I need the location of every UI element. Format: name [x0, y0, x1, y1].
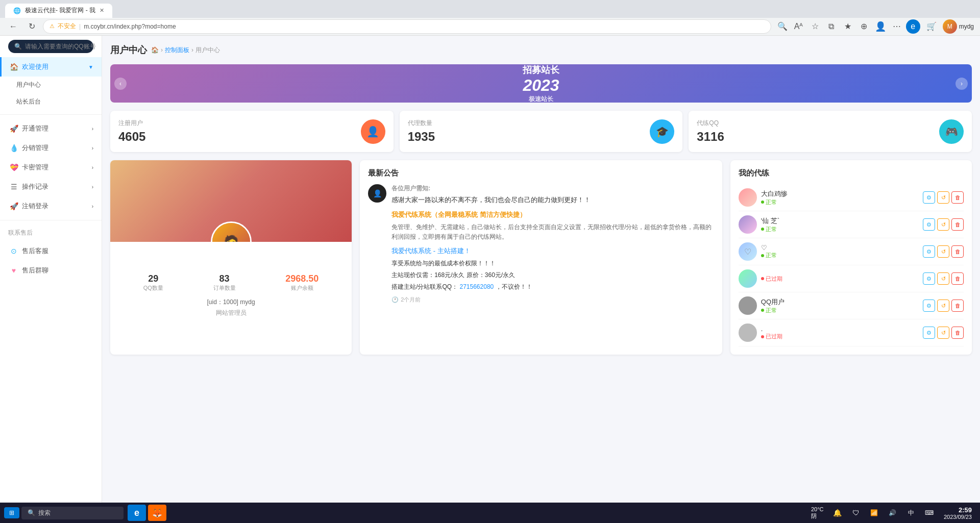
proxy-refresh-btn-2[interactable]: ↺ [937, 245, 949, 258]
proxy-refresh-btn-0[interactable]: ↺ [937, 191, 949, 204]
ann-text-4: 主站现价仅需：168元/永久 原价：360元/永久 [391, 270, 714, 280]
taskbar-volume-icon[interactable]: 🔊 [885, 505, 901, 521]
sidebar-item-logout[interactable]: 🚀 注销登录 › [0, 196, 102, 216]
stat-label-qq: 代练QQ [697, 119, 724, 128]
banner-next-btn[interactable]: › [955, 78, 968, 90]
breadcrumb-home-icon[interactable]: 🏠 [151, 46, 159, 54]
proxy-avatar-5 [739, 323, 757, 342]
sidebar-item-cardkey[interactable]: 💝 卡密管理 › [0, 158, 102, 177]
collection-btn[interactable]: ★ [841, 19, 855, 34]
proxy-refresh-btn-1[interactable]: ↺ [937, 218, 949, 231]
sidebar-item-welcome[interactable]: 🏠 欢迎使用 ▼ [0, 57, 102, 77]
sidebar-oplog-label: 操作记录 [22, 182, 48, 191]
proxy-actions-4: ⚙ ↺ 🗑 [923, 300, 964, 312]
header-right-actions: 🛒 M mydg [924, 19, 974, 34]
sidebar-item-openmanage[interactable]: 🚀 开通管理 › [0, 119, 102, 138]
sidebar-subitem-adminback[interactable]: 站长后台 [0, 93, 102, 110]
taskbar-lang-btn[interactable]: 中 [903, 505, 919, 521]
proxy-status-1: 正常 [761, 226, 919, 233]
taskbar-clock[interactable]: 2:59 2023/09/23 [940, 506, 976, 520]
qq-search-bar[interactable]: 🔍 [8, 40, 93, 53]
banner-subtitle: 极速站长 [523, 95, 559, 103]
sidebar-cardkey-label: 卡密管理 [22, 163, 48, 172]
status-dot-2 [761, 254, 764, 257]
cart-btn[interactable]: 🛒 [924, 19, 939, 34]
ann-qq-link[interactable]: 2715662080 [460, 283, 494, 290]
proxy-settings-btn-4[interactable]: ⚙ [923, 300, 935, 312]
sidebar-item-group[interactable]: ♥ 售后群聊 [0, 261, 102, 280]
url-divider: | [79, 23, 81, 30]
taskbar-edge-icon[interactable]: e [128, 505, 146, 521]
taskbar-wifi-icon[interactable]: 📶 [866, 505, 883, 521]
sidebar: 🔍 🏠 欢迎使用 ▼ 用户中心 站长后台 🚀 开通管理 › 💧 分销管理 › 💝… [0, 36, 102, 523]
breadcrumb-current: 用户中心 [195, 46, 220, 55]
proxy-refresh-btn-4[interactable]: ↺ [937, 300, 949, 312]
home-icon: 🏠 [10, 63, 18, 71]
address-bar[interactable]: ⚠ 不安全 | m.coybr.cn/index.php?mod=home [43, 19, 771, 34]
proxy-settings-btn-0[interactable]: ⚙ [923, 191, 935, 204]
sidebar-distrib-label: 分销管理 [22, 143, 48, 153]
proxy-delete-btn-2[interactable]: 🗑 [951, 245, 964, 258]
search-btn[interactable]: 🔍 [775, 19, 790, 34]
stat-icon-qq: 🎮 [939, 119, 964, 144]
more-btn[interactable]: ⋯ [890, 19, 904, 34]
taskbar-app-icon[interactable]: 🦊 [148, 505, 166, 521]
proxy-settings-btn-1[interactable]: ⚙ [923, 218, 935, 231]
chevron-right-icon-2: › [92, 145, 93, 151]
user-profile-area[interactable]: M mydg [943, 19, 974, 34]
proxy-delete-btn-0[interactable]: 🗑 [951, 191, 964, 204]
sidebar-item-support[interactable]: ⊙ 售后客服 [0, 241, 102, 261]
ann-text-2: 免管理、免维护、无需建站，自己做站长，后台支持全页面自定义设置，无限招收代理/分… [391, 222, 714, 242]
start-button[interactable]: ⊞ [4, 507, 19, 518]
aa-btn[interactable]: Aᴬ [792, 19, 806, 34]
ann-label-2: 我爱代练系统（全网最稳系统 简洁方便快捷） [391, 211, 526, 218]
extension-btn[interactable]: ⊕ [857, 19, 871, 34]
browser-tabs: 🌐 极速云代挂- 我爱官网 - 我 ✕ [0, 0, 980, 18]
main-content: 用户中心 🏠 › 控制面板 › 用户中心 ‹ 招募站长 2023 极速站长 › [102, 36, 980, 523]
proxy-delete-btn-4[interactable]: 🗑 [951, 300, 964, 312]
tab-close-btn[interactable]: ✕ [100, 7, 104, 14]
taskbar-input-icon[interactable]: ⌨ [921, 505, 938, 521]
sidebar-item-distrib[interactable]: 💧 分销管理 › [0, 138, 102, 158]
proxy-settings-btn-2[interactable]: ⚙ [923, 245, 935, 258]
qq-search-input[interactable] [25, 43, 102, 50]
refresh-button[interactable]: ↻ [24, 19, 39, 34]
profile-avatar: 🧑 [211, 221, 252, 242]
weather-text: 20°C 阴 [811, 506, 827, 520]
proxy-delete-btn-3[interactable]: 🗑 [951, 272, 964, 285]
proxy-name-4: QQ用户 [761, 297, 919, 307]
proxy-refresh-btn-3[interactable]: ↺ [937, 272, 949, 285]
sidebar-welcome-label: 欢迎使用 [22, 62, 48, 71]
favorite-btn[interactable]: ☆ [808, 19, 822, 34]
split-btn[interactable]: ⧉ [824, 19, 839, 34]
sidebar-subitem-usercenter[interactable]: 用户中心 [0, 77, 102, 93]
balance-value: 2968.50 [285, 273, 318, 284]
proxy-settings-btn-5[interactable]: ⚙ [923, 327, 935, 339]
proxy-info-0: 大白鸡惨 正常 [761, 189, 919, 206]
taskbar-notification-icon[interactable]: 🔔 [829, 505, 846, 521]
banner-prev-btn[interactable]: ‹ [114, 78, 127, 90]
rocket-icon: 🚀 [10, 124, 18, 133]
proxy-delete-btn-5[interactable]: 🗑 [951, 327, 964, 339]
proxy-item-1: '仙 芝` 正常 ⚙ ↺ 🗑 [739, 211, 964, 238]
clock-icon: 🕐 [391, 296, 399, 303]
breadcrumb-dashboard[interactable]: 控制面板 [165, 46, 189, 55]
clock-date: 2023/09/23 [944, 514, 972, 520]
page-body: 🔍 🏠 欢迎使用 ▼ 用户中心 站长后台 🚀 开通管理 › 💧 分销管理 › 💝… [0, 36, 980, 523]
proxy-delete-btn-1[interactable]: 🗑 [951, 218, 964, 231]
breadcrumb-sep-1: › [161, 46, 163, 54]
taskbar-search-bar[interactable]: 🔍 搜索 [21, 507, 124, 519]
edge-icon[interactable]: e [906, 19, 920, 34]
active-tab[interactable]: 🌐 极速云代挂- 我爱官网 - 我 ✕ [5, 4, 112, 18]
back-button[interactable]: ← [6, 19, 20, 34]
proxy-settings-btn-3[interactable]: ⚙ [923, 272, 935, 285]
taskbar-shield-icon[interactable]: 🛡 [848, 505, 864, 521]
proxy-refresh-btn-5[interactable]: ↺ [937, 327, 949, 339]
sidebar-group-label: 售后群聊 [22, 266, 48, 275]
sidebar-item-oplog[interactable]: ☰ 操作记录 › [0, 177, 102, 196]
profile-btn[interactable]: 👤 [873, 19, 888, 34]
clock-time: 2:59 [944, 506, 972, 514]
drop-icon: 💧 [10, 144, 18, 152]
proxy-name-1: '仙 芝` [761, 216, 919, 226]
chevron-right-icon-1: › [92, 126, 93, 132]
